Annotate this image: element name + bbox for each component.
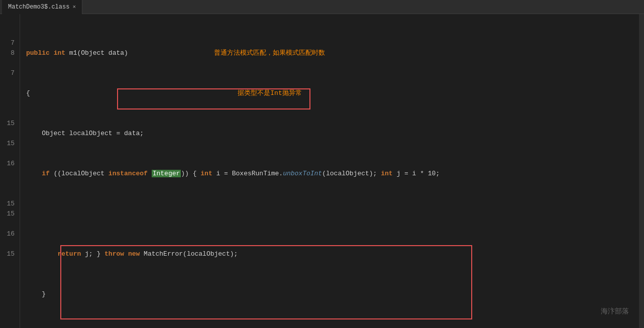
tab-title: MatchDemo3$.class (8, 4, 69, 11)
tab-bar: MatchDemo3$.class × (0, 0, 644, 14)
code-content: public int m1(Object data) 普通方法模式匹配，如果模式… (20, 14, 639, 328)
code-line: return j; } throw new MatchError(localOb… (26, 249, 639, 259)
watermark: 海汴部落 (601, 307, 629, 316)
code-line: Object localObject = data; (26, 129, 639, 139)
code-line (26, 209, 639, 219)
comment1-text: 普通方法模式匹配，如果模式匹配时数 (214, 49, 325, 57)
editor-area: 7 8 7 15 15 16 15 15 16 15 public int m1… (0, 14, 644, 328)
code-line: { 据类型不是Int抛异常 (26, 88, 639, 98)
code-line: } (26, 289, 639, 299)
line-numbers: 7 8 7 15 15 16 15 15 16 15 (0, 14, 20, 328)
vertical-scrollbar[interactable] (639, 14, 644, 328)
editor-tab[interactable]: MatchDemo3$.class × (2, 0, 82, 14)
code-line: if ((localObject instanceof Integer)) { … (26, 169, 639, 179)
comment2-text: 据类型不是Int抛异常 (238, 89, 301, 97)
code-line: public int m1(Object data) 普通方法模式匹配，如果模式… (26, 48, 639, 58)
tab-close-button[interactable]: × (72, 4, 76, 10)
